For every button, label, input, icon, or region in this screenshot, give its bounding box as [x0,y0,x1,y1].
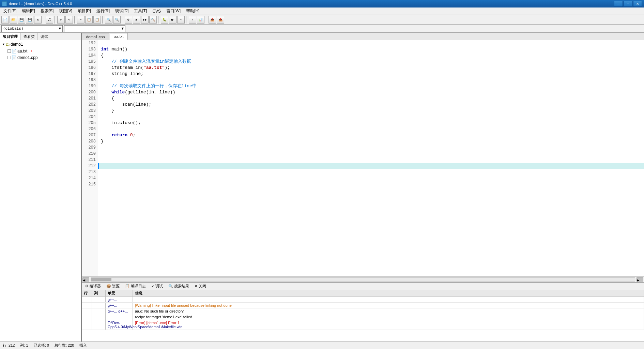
bottom-row-0[interactable]: g++... [82,297,644,303]
code-tab-aatxt[interactable]: aa.txt [110,33,128,40]
scroll-left-btn[interactable]: ◀ [82,277,89,282]
code-tab-demo1cpp[interactable]: demo1.cpp [82,33,109,40]
toolbar-sep-6 [158,16,159,24]
compile-log-icon: 📋 [125,284,130,288]
code-line-199[interactable]: // 每次读取文件上的一行，保存在line中 [98,83,644,89]
tree-item-aatxt[interactable]: 📄 aa.txt ← [7,47,80,55]
paste-button[interactable]: 📋 [93,16,101,24]
cut-button[interactable]: ✂ [77,16,85,24]
menu-file[interactable]: 文件[F] [1,7,19,15]
compile-run-button[interactable]: ▶▶ [141,16,149,24]
tab-search-results[interactable]: 🔍 搜索结果 [166,283,191,290]
step-button[interactable]: ⏭ [169,16,177,24]
code-line-198[interactable] [98,77,644,83]
menu-tools[interactable]: 工具[T] [131,7,150,15]
code-editor: 1921931941951961971981992002012022032042… [82,40,644,276]
code-line-208[interactable]: } [98,138,644,145]
tree-item-demo1cpp[interactable]: 📄 demo1.cpp [7,55,80,60]
redo-button[interactable]: ↪ [65,16,73,24]
code-line-212[interactable] [98,163,644,169]
find-button[interactable]: 🔍 [105,16,112,24]
compile-button[interactable]: ⚙ [125,16,132,24]
menu-help[interactable]: 帮助[H] [183,7,202,15]
tab-project-manager[interactable]: 项目管理 [0,33,21,40]
tab-class-browser[interactable]: 查看类 [21,33,38,40]
minimize-button[interactable]: ─ [614,1,623,7]
line-number-194: 194 [82,52,98,59]
code-line-213[interactable] [98,169,644,175]
bottom-row-3[interactable]: recipe for target 'demo1.exe' failed [82,314,644,320]
code-line-214[interactable] [98,175,644,181]
step-over-button[interactable]: ↷ [177,16,185,24]
left-panel-tabs: 项目管理 查看类 调试 [0,33,81,40]
scope-dropdown[interactable]: (globals) ▼ [1,25,63,32]
menu-debug[interactable]: 调试[D] [112,7,131,15]
bottom-row-4[interactable]: E:\Dev-Cpp5.4.0\MyWorkSpace\demo1\Makefi… [82,320,644,330]
code-line-209[interactable] [98,145,644,151]
export-button[interactable]: 📤 [217,16,224,24]
tab-debug[interactable]: 调试 [38,33,51,40]
tab-debug-panel[interactable]: ✓ 调试 [149,283,165,290]
tab-close-panel[interactable]: ✕ 关闭 [193,283,208,290]
menu-cvs[interactable]: CVS [150,7,164,15]
import-button[interactable]: 📥 [209,16,216,24]
check-button[interactable]: ✓ [189,16,196,24]
tree-root-demo1[interactable]: ▼ 🗂 demo1 [1,42,80,47]
menu-edit[interactable]: 编辑[E] [19,7,38,15]
code-content[interactable]: int main(){ // 创建文件输入流变量in绑定输入数据 ifstrea… [98,40,644,276]
scroll-track[interactable] [91,277,635,282]
horizontal-scrollbar[interactable]: ◀ ▶ [82,276,644,282]
code-line-195[interactable]: // 创建文件输入流变量in绑定输入数据 [98,59,644,65]
scroll-thumb[interactable] [91,278,111,281]
code-line-200[interactable]: while(getline(in, line)) [98,89,644,95]
code-line-211[interactable] [98,157,644,163]
code-line-204[interactable] [98,114,644,120]
menu-run[interactable]: 运行[R] [94,7,112,15]
debug-button[interactable]: 🐛 [161,16,168,24]
tree-children: 📄 aa.txt ← 📄 demo1.cpp [7,47,80,60]
undo-button[interactable]: ↩ [57,16,65,24]
title-bar-buttons[interactable]: ─ □ ✕ [614,1,642,7]
maximize-button[interactable]: □ [624,1,632,7]
close-button[interactable]: ✕ [633,1,642,7]
print-button[interactable]: 🖨 [46,16,53,24]
new-button[interactable]: 📄 [1,16,9,24]
code-line-215[interactable] [98,181,644,187]
search-results-icon: 🔍 [168,284,173,288]
code-line-202[interactable]: scan(line); [98,102,644,108]
tab-compiler[interactable]: ⚙ 编译器 [83,283,103,290]
code-line-203[interactable]: } [98,108,644,114]
close-button2[interactable]: ✕ [34,16,42,24]
code-line-192[interactable] [98,40,644,46]
tab-resources[interactable]: 📦 资源 [104,283,122,290]
code-line-207[interactable]: return 0; [98,132,644,138]
menu-search[interactable]: 搜索[S] [38,7,57,15]
bottom-row-1[interactable]: g++...[Warning] linker input file unused… [82,303,644,308]
chart-button[interactable]: 📊 [197,16,204,24]
menu-view[interactable]: 视图[V] [56,7,75,15]
menu-window[interactable]: 窗口[W] [164,7,183,15]
code-line-210[interactable] [98,151,644,157]
copy-button[interactable]: 📋 [85,16,93,24]
line-number-214: 214 [82,175,98,181]
code-line-206[interactable] [98,126,644,132]
replace-button[interactable]: 🔍 [113,16,121,24]
function-dropdown[interactable]: ▼ [64,25,125,32]
line-number-210: 210 [82,151,98,157]
run-button[interactable]: ▶ [133,16,140,24]
code-line-201[interactable]: { [98,95,644,102]
menu-project[interactable]: 项目[P] [75,7,94,15]
save-all-button[interactable]: 💾 [26,16,33,24]
open-button[interactable]: 📂 [10,16,17,24]
code-line-205[interactable]: in.close(); [98,120,644,126]
save-button[interactable]: 💾 [18,16,25,24]
code-line-197[interactable]: string line; [98,71,644,77]
code-line-196[interactable]: ifstream in("aa.txt"); [98,65,644,71]
code-line-193[interactable]: int main() [98,46,644,52]
bottom-row-2[interactable]: g++... g++...aa.o: No such file or direc… [82,308,644,314]
scroll-right-btn[interactable]: ▶ [637,277,643,282]
tab-compile-log[interactable]: 📋 编译日志 [123,283,148,290]
rebuild-button[interactable]: 🔨 [149,16,157,24]
line-number-207: 207 [82,132,98,138]
code-line-194[interactable]: { [98,52,644,59]
